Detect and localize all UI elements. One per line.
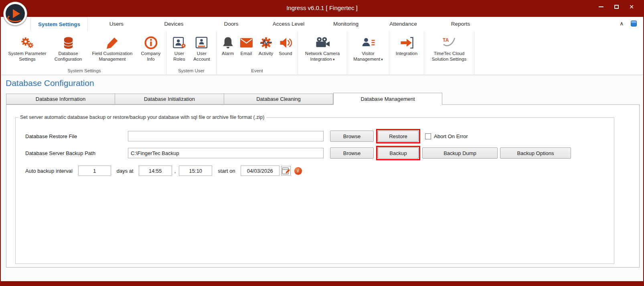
minimize-button[interactable] [593, 0, 609, 14]
tab-database-initialization[interactable]: Database Initialization [115, 94, 224, 104]
style-selector-icon[interactable] [631, 20, 637, 27]
activity-button[interactable]: Activity [256, 34, 276, 57]
ribbon-group-network-camera: Network Camera Integration▾ [298, 31, 347, 75]
user-account-button[interactable]: User Account [190, 34, 214, 63]
days-at-label: days at [117, 168, 134, 174]
integration-button[interactable]: Integration [392, 34, 421, 57]
database-server-backup-path-label: Database Server Backup Path [25, 150, 128, 156]
interval-days-input[interactable] [78, 165, 111, 176]
database-restore-file-label: Database Restore File [25, 133, 128, 139]
database-server-backup-path-input[interactable] [128, 148, 324, 158]
tab-doors[interactable]: Doors [203, 17, 260, 31]
ribbon: System Parameter Settings Database Confi… [1, 31, 643, 75]
tab-database-cleaning[interactable]: Database Cleaning [224, 94, 333, 104]
close-button[interactable]: ✕ [624, 0, 639, 14]
start-on-label: start on [218, 168, 235, 174]
ribbon-tabstrip: System Settings Users Devices Doors Acce… [1, 17, 643, 31]
user-roles-button[interactable]: User Roles [169, 34, 190, 63]
auto-backup-interval-label: Auto backup interval [25, 168, 73, 174]
database-tabs: Database Information Database Initializa… [6, 94, 442, 104]
restore-browse-button[interactable]: Browse [330, 131, 374, 142]
date-picker-button[interactable] [281, 166, 291, 176]
ribbon-group-integration: Integration [389, 31, 424, 75]
nav-tabs: System Settings Users Devices Doors Acce… [30, 17, 489, 31]
timetec-cloud-solution-settings-button[interactable]: TimeTec Cloud Solution Settings [427, 34, 472, 63]
backup-annotation-box: Backup [376, 146, 420, 160]
activity-gear-icon [259, 36, 273, 49]
alarm-bell-icon [221, 36, 235, 49]
info-tooltip-icon[interactable]: i [294, 167, 302, 175]
minimize-icon [599, 6, 603, 7]
auto-backup-row: Auto backup interval days at , start on … [25, 165, 611, 176]
video-camera-icon [315, 36, 330, 49]
database-restore-file-input[interactable] [128, 131, 324, 141]
maximize-button[interactable] [609, 0, 624, 14]
email-envelope-icon [240, 36, 253, 49]
database-configuration-button[interactable]: Database Configuration [50, 34, 87, 63]
company-info-button[interactable]: Company Info [138, 34, 164, 63]
network-camera-integration-button[interactable]: Network Camera Integration▾ [300, 34, 344, 63]
abort-on-error-label: Abort On Error [434, 133, 468, 139]
tab-database-management[interactable]: Database Management [333, 93, 442, 105]
system-parameter-settings-button[interactable]: System Parameter Settings [5, 34, 50, 63]
backup-restore-groupbox: Set server automatic database backup or … [15, 114, 614, 264]
user-account-icon [195, 36, 209, 49]
visitor-management-button[interactable]: Visitor Management▾ [350, 34, 387, 63]
app-logo [6, 4, 25, 23]
gears-icon [21, 36, 34, 49]
timetec-cloud-icon [441, 36, 457, 49]
restore-annotation-box: Restore [376, 129, 420, 143]
dropdown-caret-icon: ▾ [381, 57, 383, 61]
backup-button[interactable]: Backup [378, 147, 419, 159]
sound-speaker-icon [279, 36, 292, 49]
close-icon: ✕ [629, 4, 634, 10]
restore-row: Database Restore File Browse Restore Abo… [25, 131, 611, 142]
tab-access-level[interactable]: Access Level [260, 17, 317, 31]
group-label-event: Event [217, 68, 298, 75]
backup-row: Database Server Backup Path Browse Backu… [25, 147, 611, 159]
page-title: Database Configuration [6, 78, 94, 88]
restore-button[interactable]: Restore [378, 131, 419, 142]
backup-options-button[interactable]: Backup Options [500, 147, 571, 159]
status-bar [1, 281, 643, 286]
tab-reports[interactable]: Reports [432, 17, 489, 31]
visitor-icon [361, 36, 375, 49]
window-title: Ingress v6.0.1 [ Fingertec ] [286, 4, 358, 11]
info-icon [144, 36, 158, 49]
ribbon-group-visitor: Visitor Management▾ [347, 31, 389, 75]
logo-swoosh-icon [7, 14, 23, 22]
backup-time-2-input[interactable] [179, 165, 212, 176]
dropdown-caret-icon: ▾ [333, 57, 335, 61]
tab-database-information[interactable]: Database Information [6, 94, 115, 104]
content-area: Database Configuration Database Informat… [1, 75, 643, 281]
alarm-button[interactable]: Alarm [219, 34, 237, 57]
user-roles-icon [173, 36, 186, 49]
app-logo-button[interactable] [3, 2, 27, 26]
field-customization-management-button[interactable]: Field Customization Management [87, 34, 138, 63]
tab-system-settings[interactable]: System Settings [30, 17, 88, 31]
abort-on-error-checkbox[interactable] [425, 133, 431, 139]
database-icon [62, 36, 75, 49]
group-label-system-user: System User [166, 68, 216, 75]
time-separator: , [174, 168, 176, 174]
tab-monitoring[interactable]: Monitoring [317, 17, 375, 31]
collapse-ribbon-icon[interactable]: ∧ [620, 21, 624, 26]
backup-browse-button[interactable]: Browse [330, 147, 374, 159]
ribbon-group-system-user: User Roles User Account System User [166, 31, 217, 75]
calendar-edit-icon [281, 166, 290, 175]
backup-dump-button[interactable]: Backup Dump [422, 147, 498, 159]
tab-attendance[interactable]: Attendance [375, 17, 432, 31]
email-button[interactable]: Email [237, 34, 256, 57]
groupbox-legend: Set server automatic database backup or … [18, 114, 266, 120]
tab-devices[interactable]: Devices [145, 17, 203, 31]
start-date-input[interactable] [241, 165, 279, 176]
database-management-panel: Set server automatic database backup or … [6, 104, 640, 268]
maximize-icon [614, 5, 619, 9]
group-label-system-settings: System Settings [2, 68, 166, 75]
tab-users[interactable]: Users [88, 17, 145, 31]
ribbon-group-timetec: TimeTec Cloud Solution Settings [424, 31, 474, 75]
integration-arrow-icon [400, 36, 413, 49]
pencil-icon [106, 36, 119, 49]
backup-time-1-input[interactable] [139, 165, 172, 176]
sound-button[interactable]: Sound [276, 34, 295, 57]
